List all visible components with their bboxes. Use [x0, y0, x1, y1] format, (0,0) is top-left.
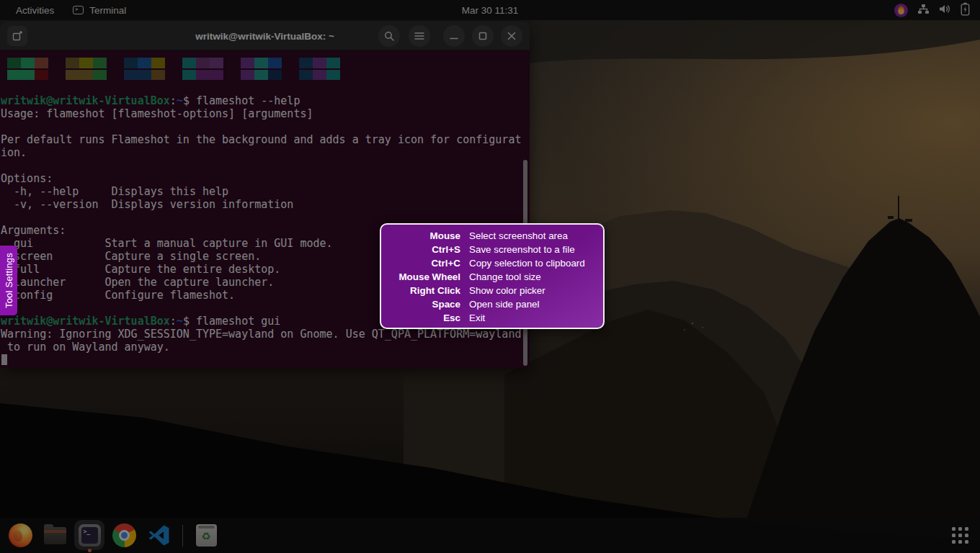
- shortcut-description: Copy selection to clipboard: [469, 256, 597, 270]
- desktop: Activities > Terminal Mar 30 11:31: [0, 0, 980, 553]
- shortcut-key: Space: [381, 297, 460, 311]
- shortcut-key: Ctrl+S: [381, 243, 460, 256]
- shortcut-description: Save screenshot to a file: [469, 243, 597, 256]
- flameshot-help-popup: MouseSelect screenshot areaCtrl+SSave sc…: [380, 223, 605, 329]
- tool-settings-label: Tool Settings: [4, 253, 14, 308]
- shortcut-key: Ctrl+C: [381, 256, 460, 270]
- shortcut-key: Mouse Wheel: [381, 270, 460, 284]
- tool-settings-tab[interactable]: Tool Settings: [0, 246, 17, 315]
- shortcut-key: Esc: [381, 311, 460, 325]
- shortcut-key: Mouse: [381, 229, 460, 243]
- shortcut-description: Change tool size: [469, 270, 597, 284]
- shortcut-description: Show color picker: [469, 284, 597, 297]
- shortcut-description: Exit: [469, 311, 597, 325]
- shortcut-description: Open side panel: [469, 297, 597, 311]
- shortcut-key: Right Click: [381, 284, 460, 297]
- shortcut-description: Select screenshot area: [469, 229, 597, 243]
